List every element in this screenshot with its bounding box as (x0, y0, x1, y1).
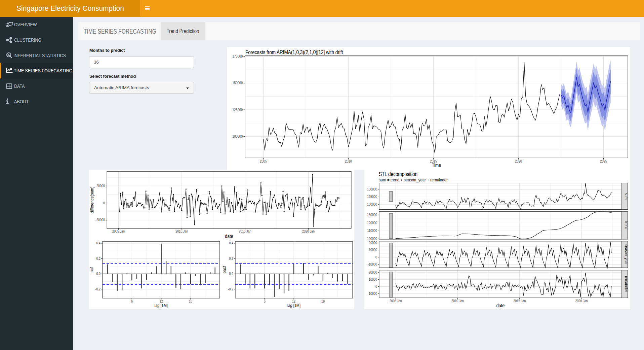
svg-text:175000: 175000 (232, 54, 243, 58)
svg-text:2015 Jan: 2015 Jan (513, 299, 526, 303)
svg-text:100000: 100000 (367, 237, 377, 241)
svg-text:pacf: pacf (222, 266, 227, 274)
svg-text:sum: sum (624, 193, 629, 200)
svg-text:lag [1M]: lag [1M] (287, 303, 300, 308)
svg-text:acf: acf (89, 267, 94, 272)
svg-text:125000: 125000 (367, 195, 377, 199)
svg-text:STL decomposition: STL decomposition (379, 171, 417, 177)
svg-text:150000: 150000 (232, 81, 243, 85)
svg-text:2015 Jan: 2015 Jan (239, 229, 251, 233)
svg-text:2005 Jan: 2005 Jan (390, 299, 402, 303)
svg-text:120000: 120000 (367, 221, 377, 225)
svg-text:0.0: 0.0 (96, 272, 101, 276)
svg-text:0.4: 0.4 (229, 241, 234, 245)
svg-text:date: date (225, 234, 233, 239)
svg-text:2010 Jan: 2010 Jan (451, 299, 464, 303)
svg-text:0: 0 (375, 284, 377, 288)
svg-text:6: 6 (131, 299, 133, 303)
svg-text:20000: 20000 (96, 184, 105, 188)
svg-text:18: 18 (321, 299, 325, 303)
svg-text:10000: 10000 (369, 248, 377, 252)
svg-text:2010: 2010 (345, 159, 352, 163)
svg-text:10000: 10000 (369, 277, 377, 281)
svg-text:2005: 2005 (260, 159, 267, 163)
svg-text:-10000: -10000 (368, 262, 377, 266)
svg-text:0.0: 0.0 (229, 272, 234, 276)
svg-text:2020 Jan: 2020 Jan (575, 299, 588, 303)
svg-text:2025: 2025 (600, 159, 607, 163)
svg-text:18: 18 (189, 299, 192, 303)
svg-text:season_year: season_year (624, 244, 629, 265)
svg-text:0.2: 0.2 (229, 256, 234, 260)
svg-text:125000: 125000 (232, 108, 243, 112)
svg-text:0: 0 (103, 201, 105, 205)
svg-text:-20000: -20000 (95, 218, 105, 222)
svg-text:Time: Time (432, 163, 441, 168)
svg-text:110000: 110000 (367, 229, 377, 233)
svg-text:2005 Jan: 2005 Jan (112, 229, 125, 233)
svg-text:lag [1M]: lag [1M] (155, 303, 168, 308)
svg-text:100000: 100000 (367, 202, 377, 206)
svg-text:0: 0 (375, 255, 377, 259)
svg-text:-0.2: -0.2 (228, 287, 234, 291)
svg-text:0.2: 0.2 (96, 256, 101, 260)
svg-text:difference(sum): difference(sum) (89, 186, 94, 213)
svg-text:-10000: -10000 (368, 291, 377, 295)
svg-text:0.4: 0.4 (96, 241, 101, 245)
svg-text:2010 Jan: 2010 Jan (175, 229, 188, 233)
svg-text:2020 Jan: 2020 Jan (302, 229, 315, 233)
svg-text:20000: 20000 (369, 241, 377, 245)
svg-text:sum = trend + season_year + re: sum = trend + season_year + remainder (379, 177, 448, 182)
svg-text:6: 6 (264, 299, 266, 303)
svg-text:trend: trend (624, 221, 629, 230)
svg-text:150000: 150000 (367, 187, 377, 191)
svg-text:Forecasts from ARIMA(1,0,3)(2,: Forecasts from ARIMA(1,0,3)(2,1,0)[12] w… (245, 49, 343, 55)
svg-text:2020: 2020 (515, 159, 522, 163)
svg-text:-0.2: -0.2 (95, 287, 101, 291)
svg-text:20000: 20000 (369, 270, 377, 274)
svg-text:130000: 130000 (367, 213, 377, 217)
svg-text:remainder: remainder (624, 276, 629, 292)
svg-text:date: date (496, 303, 505, 308)
svg-text:100000: 100000 (232, 134, 243, 138)
